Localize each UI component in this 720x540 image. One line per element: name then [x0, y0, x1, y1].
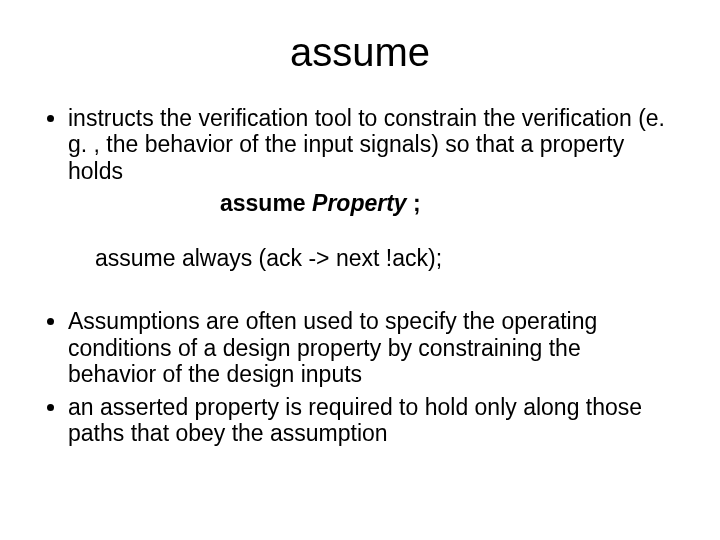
bullet-list-bottom: Assumptions are often used to specify th…: [68, 308, 670, 446]
syntax-property: Property: [312, 190, 407, 216]
slide-title: assume: [50, 30, 670, 75]
bullet-item: instructs the verification tool to const…: [68, 105, 670, 184]
syntax-line: assume Property ;: [220, 190, 670, 217]
syntax-keyword: assume: [220, 190, 306, 216]
slide: assume instructs the verification tool t…: [0, 0, 720, 540]
bullet-list-top: instructs the verification tool to const…: [68, 105, 670, 184]
syntax-tail: ;: [413, 190, 421, 216]
example-code: assume always (ack -> next !ack);: [95, 245, 670, 272]
bullet-item: an asserted property is required to hold…: [68, 394, 670, 447]
bullet-item: Assumptions are often used to specify th…: [68, 308, 670, 387]
